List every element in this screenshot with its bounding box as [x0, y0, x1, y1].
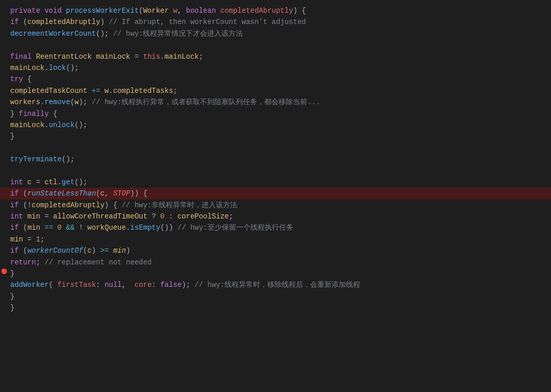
token-plain: : — [152, 279, 160, 290]
token-var: completedTasks — [113, 85, 173, 96]
code-line: int min = allowCoreThreadTimeOut ? 0 : c… — [0, 211, 551, 222]
token-comment: // hwy:至少保留一个线程执行任务 — [178, 222, 293, 233]
token-plain: ( — [139, 5, 143, 16]
token-fn: decrementWorkerCount — [10, 28, 96, 39]
token-fn: addWorker — [10, 279, 49, 290]
token-kw: if — [10, 188, 23, 199]
token-named-param: firstTask — [57, 279, 96, 290]
line-indicator: 🔴 — [1, 268, 7, 276]
code-line: } finally { — [0, 108, 551, 119]
token-plain: (); — [66, 62, 79, 74]
token-italic-fn: runStateLessThan — [28, 188, 96, 199]
token-comment: // hwy:非线程异常时，进入该方法 — [121, 200, 237, 211]
token-plain: ); — [79, 96, 91, 108]
token-op: += — [92, 85, 105, 96]
token-plain: ( — [83, 245, 87, 256]
token-plain: (); — [96, 28, 113, 39]
token-plain: ) — [126, 245, 130, 256]
token-comment: // replacement not needed — [44, 257, 152, 268]
token-plain: } — [10, 108, 19, 119]
token-var: min — [28, 211, 45, 222]
token-kw: void — [44, 5, 66, 16]
code-line: decrementWorkerCount(); // hwy:线程异常情况下才会… — [0, 28, 551, 39]
code-line: } — [0, 291, 551, 302]
token-italic-var: min — [113, 245, 126, 256]
token-plain: , — [105, 188, 113, 199]
code-line: if (min == 0 && ! workQueue.isEmpty()) /… — [0, 222, 551, 233]
token-var: allowCoreThreadTimeOut — [53, 211, 152, 222]
token-kw: int — [10, 177, 28, 188]
code-line: private void processWorkerExit(Worker w,… — [0, 5, 551, 16]
token-param: w — [173, 5, 177, 16]
token-kw: return — [10, 257, 36, 268]
code-line: addWorker( firstTask: null, core: false)… — [0, 279, 551, 290]
token-num: 0 — [57, 222, 66, 233]
code-editor: private void processWorkerExit(Worker w,… — [0, 0, 551, 392]
code-line: completedTaskCount += w.completedTasks; — [0, 85, 551, 96]
token-plain: )) { — [130, 188, 147, 199]
token-var: mainLock — [96, 51, 135, 62]
token-kw: private — [10, 5, 44, 16]
token-fn: isEmpty — [130, 222, 160, 233]
token-comment: // hwy:线程执行异常，或者获取不到阻塞队列任务，都会移除当前... — [92, 96, 320, 108]
code-line: if (completedAbruptly) // If abrupt, the… — [0, 16, 551, 28]
code-line: mainLock.unlock(); — [0, 119, 551, 131]
token-plain: . — [44, 62, 48, 74]
token-plain: (); — [62, 154, 74, 165]
token-var: w — [105, 85, 109, 96]
token-italic-stop: STOP — [113, 188, 131, 199]
code-line: tryTerminate(); — [0, 154, 551, 165]
code-line — [0, 165, 551, 176]
token-type: Worker — [143, 5, 173, 16]
token-op: == — [44, 222, 57, 233]
token-var: completedTaskCount — [10, 85, 92, 96]
token-kw: try — [10, 74, 28, 85]
token-plain: ? — [152, 211, 160, 222]
token-plain: . — [57, 177, 61, 188]
token-var: min — [10, 234, 28, 245]
token-plain: ( — [49, 279, 58, 290]
token-plain: ( — [96, 188, 100, 199]
token-var: ctl — [44, 177, 57, 188]
token-plain: ( — [23, 16, 27, 28]
token-fn: remove — [44, 96, 70, 108]
token-plain: = — [44, 211, 53, 222]
token-plain: (); — [74, 119, 87, 131]
code-line — [0, 39, 551, 51]
code-line: } — [0, 131, 551, 142]
code-line — [0, 142, 551, 154]
token-plain: , — [121, 279, 134, 290]
token-plain: } — [10, 131, 14, 142]
token-var: completedAbruptly — [32, 200, 105, 211]
code-line: if (runStateLessThan(c, STOP)) { — [0, 188, 551, 199]
code-line: workers.remove(w); // hwy:线程执行异常，或者获取不到阻… — [0, 96, 551, 108]
token-plain: : — [164, 211, 177, 222]
token-fn: tryTerminate — [10, 154, 62, 165]
token-var: workers — [10, 96, 40, 108]
code-line: 🔴 } — [0, 268, 551, 279]
code-line: final ReentrantLock mainLock = this.main… — [0, 51, 551, 62]
token-kw: finally — [19, 108, 53, 119]
token-var: completedAbruptly — [28, 16, 101, 28]
token-plain: ; — [40, 234, 44, 245]
token-param: completedAbruptly — [220, 5, 293, 16]
token-plain: ) { — [105, 200, 122, 211]
token-plain: ; — [173, 85, 177, 96]
token-plain: . — [160, 51, 164, 62]
token-plain: { — [53, 108, 57, 119]
token-var: mainLock — [165, 51, 199, 62]
token-plain: = — [28, 234, 36, 245]
token-plain: . — [109, 85, 113, 96]
token-plain: = — [135, 51, 143, 62]
token-plain: } — [10, 268, 14, 279]
token-plain: , — [178, 5, 186, 16]
token-var: c — [28, 177, 36, 188]
token-op: >= — [100, 245, 113, 256]
token-plain: { — [28, 74, 32, 85]
token-plain: ) { — [293, 5, 306, 16]
token-plain: ) — [100, 16, 109, 28]
token-kw: null — [105, 279, 122, 290]
token-plain: ) — [92, 245, 101, 256]
token-plain: ( — [70, 96, 74, 108]
token-kw2: this — [143, 51, 160, 62]
